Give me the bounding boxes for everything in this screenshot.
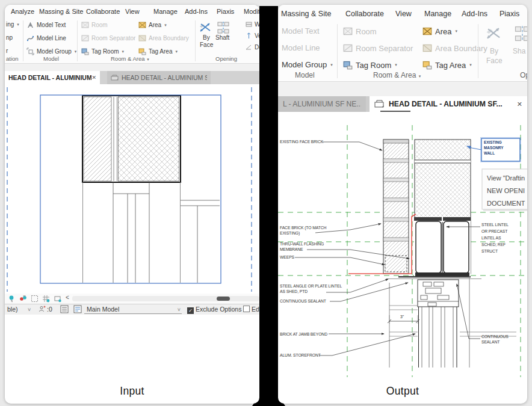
dropdown-icon: ▾ <box>122 49 125 54</box>
model-text-button[interactable]: Model Text <box>282 26 320 35</box>
editing-requests-icon[interactable] <box>39 306 46 313</box>
opening-by-face-icon[interactable] <box>485 25 502 42</box>
close-icon[interactable]: ✕ <box>517 100 522 108</box>
tag-area-button[interactable]: Tag Area▾ <box>138 48 178 55</box>
ribbon-tab-modify[interactable]: Modify <box>244 8 259 15</box>
view-control-bar: < <box>5 294 259 304</box>
doc-tab-active[interactable]: HEAD DETAIL - ALUMINIUM SF... ✕ <box>370 96 527 112</box>
area-button[interactable]: Area▾ <box>138 21 167 29</box>
panel-label-opening: Op <box>520 71 527 79</box>
worksets-dialog-icon[interactable] <box>60 305 69 313</box>
ribbon-item-partial-railing[interactable]: ing▾ <box>6 21 19 28</box>
ribbon-tab-manage[interactable]: Manage <box>424 10 451 18</box>
ribbon-tab-addins[interactable]: Add-Ins <box>185 8 208 15</box>
lightbulb-icon[interactable] <box>8 295 16 303</box>
model-text-button[interactable]: Model Text <box>26 21 66 29</box>
editable-only-checkbox[interactable]: Edita <box>243 306 259 313</box>
reveal-hidden-icon[interactable] <box>31 295 39 303</box>
dormer-opening-icon <box>246 44 252 51</box>
status-partial-text: ble) <box>7 306 18 313</box>
chevron-down-icon[interactable]: ˅ <box>28 307 31 313</box>
shaft-opening-icon[interactable] <box>514 25 527 42</box>
area-boundary-button[interactable]: Area Boundary <box>138 34 189 42</box>
drawing-canvas[interactable]: EXISTING FACE BRICK FACE BRICK (TO MATCH… <box>278 112 527 379</box>
panel-divider <box>195 20 196 61</box>
panel-label-room-area[interactable]: Room & Area ▾ <box>111 55 149 62</box>
model-group-button[interactable]: Model Group▾ <box>282 60 333 69</box>
shaft-opening-icon[interactable] <box>217 21 230 34</box>
doc-tab-inactive[interactable]: HEAD DETAIL - ALUMINIUM SF NE... <box>107 71 211 84</box>
ribbon-item-partial-ramp[interactable]: np <box>6 34 13 41</box>
panel-label-partial: ation <box>6 55 19 62</box>
by-face-button[interactable]: By <box>203 34 210 41</box>
room-button[interactable]: Room <box>81 21 108 29</box>
room-button[interactable]: Room <box>343 26 377 36</box>
tooltip-line-2: NEW OPENI <box>487 187 525 194</box>
panel-label-opening: Opening <box>215 55 237 62</box>
crop-view-icon[interactable] <box>54 295 61 303</box>
ribbon-tab-massing-site[interactable]: Massing & Site <box>281 10 331 18</box>
opening-by-face-icon[interactable] <box>199 21 212 34</box>
document-tab-bar: L - ALUMINIUM SF NE... HEAD DETAIL - ALU… <box>278 96 527 112</box>
selected-text-note[interactable]: EXISTING MASONRY WALL <box>467 138 521 162</box>
label-sealant-left: CONTINUOUS SEALANT <box>280 299 326 303</box>
ribbon-tab-view[interactable]: View <box>125 8 140 15</box>
workset-list-icon[interactable] <box>73 305 82 313</box>
by-face-button-line2[interactable]: Face <box>200 42 213 48</box>
model-group-icon <box>26 48 34 55</box>
exclude-options-checkbox[interactable]: ✓ Exclude Options <box>187 306 241 314</box>
ribbon: Analyze Massing & Site Collaborate View … <box>5 5 259 64</box>
collapse-icon[interactable]: < <box>66 294 69 301</box>
doc-tab-inactive[interactable]: L - ALUMINIUM SF NE... <box>278 96 366 112</box>
ribbon-tab-piaxis[interactable]: Piaxis <box>500 10 519 18</box>
model-line-button[interactable]: Model Line <box>26 34 66 42</box>
ribbon-tab-addins[interactable]: Add-Ins <box>462 10 487 18</box>
vertical-opening-button[interactable]: Vert <box>246 32 259 39</box>
dropdown-icon: ▾ <box>395 63 397 67</box>
doc-tab-active[interactable]: HEAD DETAIL - ALUMINIUM SF... ✕ <box>5 71 100 84</box>
shaft-button[interactable]: Shaft <box>215 34 229 41</box>
ribbon-item-partial-stair[interactable]: r <box>6 48 8 54</box>
panel-label-room-area[interactable]: Room & Area ▾ <box>373 71 421 79</box>
room-separator-icon <box>81 34 89 42</box>
horizontal-scrollbar[interactable] <box>72 296 259 301</box>
dropdown-icon: ▾ <box>147 57 149 61</box>
vertical-opening-icon <box>246 32 252 39</box>
ribbon-tab-view[interactable]: View <box>395 10 412 18</box>
tag-area-button[interactable]: Tag Area▾ <box>422 60 472 70</box>
input-panel: Analyze Massing & Site Collaborate View … <box>5 5 259 404</box>
model-line-button[interactable]: Model Line <box>282 43 320 52</box>
panel-label-model: Model <box>43 55 59 62</box>
room-separator-button[interactable]: Room Separator <box>81 34 135 42</box>
ribbon-tab-manage[interactable]: Manage <box>153 8 178 15</box>
ribbon-tab-analyze[interactable]: Analyze <box>11 8 34 15</box>
close-icon[interactable]: ✕ <box>91 75 96 81</box>
area-button[interactable]: Area▾ <box>422 26 457 36</box>
tag-room-button[interactable]: Tag Room▾ <box>343 60 397 70</box>
tag-room-button[interactable]: Tag Room▾ <box>81 48 124 55</box>
hide-isolate-icon[interactable] <box>19 295 27 303</box>
dropdown-icon: ▾ <box>455 29 457 34</box>
drawing-canvas[interactable] <box>5 84 259 294</box>
active-workset-select[interactable]: Main Model ˅ <box>84 304 182 314</box>
by-face-button-line2[interactable]: Face <box>486 57 503 65</box>
sheet-icon <box>374 100 385 108</box>
tooltip: View "Draftin NEW OPENI DOCUMENT <box>482 169 527 211</box>
label-existing-face-brick: EXISTING FACE BRICK <box>280 140 324 144</box>
by-face-button[interactable]: By <box>490 47 498 55</box>
dormer-opening-button[interactable]: Dor <box>246 44 259 51</box>
area-icon <box>138 21 146 29</box>
document-tab-bar: HEAD DETAIL - ALUMINIUM SF... ✕ HEAD DET… <box>5 71 259 84</box>
area-icon <box>422 26 432 36</box>
ribbon-tab-piaxis[interactable]: Piaxis <box>217 8 234 15</box>
ribbon-tab-massing-site[interactable]: Massing & Site <box>39 8 83 15</box>
wall-opening-button[interactable]: Wal <box>246 21 259 28</box>
ribbon-tab-collaborate[interactable]: Collaborate <box>86 8 120 15</box>
ribbon-tab-collaborate[interactable]: Collaborate <box>345 10 384 18</box>
scrollbar-thumb[interactable] <box>217 297 230 301</box>
model-group-button[interactable]: Model Group▾ <box>26 48 76 55</box>
worksharing-display-icon[interactable] <box>42 295 50 303</box>
room-separator-button[interactable]: Room Separator <box>343 43 413 53</box>
shaft-button[interactable]: Sha <box>513 47 525 55</box>
label-angle-1: STEEL ANGLE OR PLATE LINTEL <box>280 284 342 288</box>
